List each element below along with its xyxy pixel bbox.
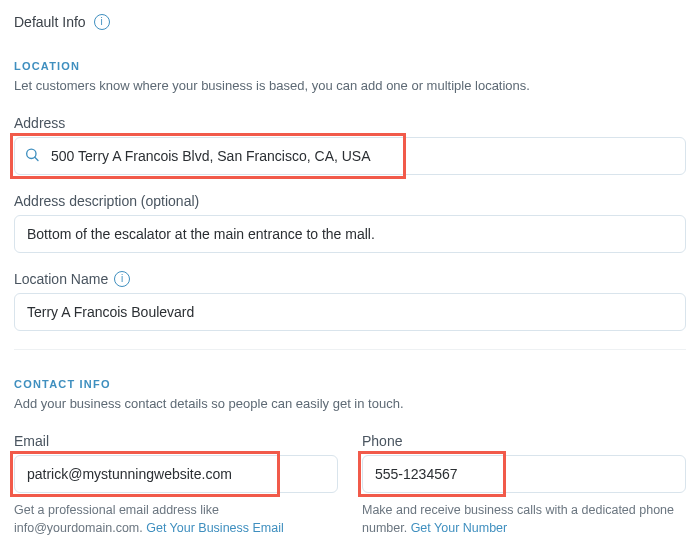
info-icon[interactable]: i — [94, 14, 110, 30]
phone-input[interactable] — [362, 455, 686, 493]
email-column: Email Get a professional email address l… — [14, 433, 338, 537]
email-help: Get a professional email address like in… — [14, 501, 338, 537]
location-section: LOCATION Let customers know where your b… — [14, 60, 686, 331]
location-section-title: LOCATION — [14, 60, 686, 72]
contact-columns: Email Get a professional email address l… — [14, 433, 686, 537]
address-desc-label: Address description (optional) — [14, 193, 686, 209]
phone-help-text: Make and receive business calls with a d… — [362, 503, 674, 535]
search-icon — [24, 147, 40, 166]
address-input[interactable] — [14, 137, 686, 175]
location-section-subtitle: Let customers know where your business i… — [14, 78, 686, 93]
location-name-wrap — [14, 293, 686, 331]
section-divider — [14, 349, 686, 350]
get-business-email-link[interactable]: Get Your Business Email — [146, 521, 284, 535]
info-icon[interactable]: i — [114, 271, 130, 287]
default-info-label: Default Info — [14, 14, 86, 30]
address-label: Address — [14, 115, 686, 131]
address-desc-wrap — [14, 215, 686, 253]
phone-help: Make and receive business calls with a d… — [362, 501, 686, 537]
email-label: Email — [14, 433, 338, 449]
get-number-link[interactable]: Get Your Number — [411, 521, 508, 535]
phone-input-wrap — [362, 455, 686, 493]
contact-section: CONTACT INFO Add your business contact d… — [14, 378, 686, 537]
location-name-input[interactable] — [14, 293, 686, 331]
svg-line-1 — [35, 157, 38, 160]
phone-label: Phone — [362, 433, 686, 449]
location-name-label-text: Location Name — [14, 271, 108, 287]
phone-column: Phone Make and receive business calls wi… — [362, 433, 686, 537]
email-input-wrap — [14, 455, 338, 493]
contact-section-subtitle: Add your business contact details so peo… — [14, 396, 686, 411]
location-name-label: Location Name i — [14, 271, 686, 287]
default-info-row: Default Info i — [14, 14, 686, 34]
contact-section-title: CONTACT INFO — [14, 378, 686, 390]
address-input-wrap — [14, 137, 686, 175]
address-desc-input[interactable] — [14, 215, 686, 253]
email-input[interactable] — [14, 455, 338, 493]
